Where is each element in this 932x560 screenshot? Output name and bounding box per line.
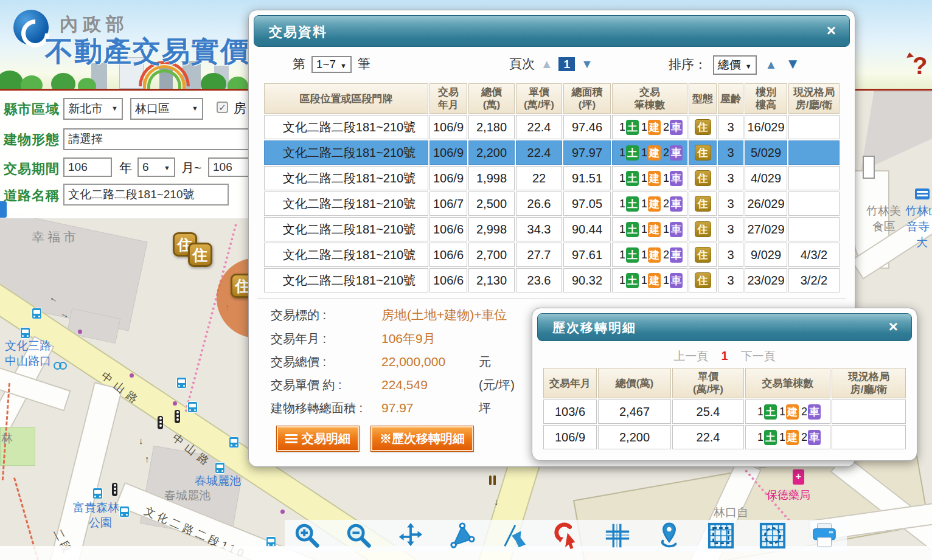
click-query-icon[interactable] [552, 522, 580, 550]
poi-dot [173, 401, 177, 406]
table-row[interactable]: 文化二路二段181~210號106/6 2,99834.390.44 1土1建1… [264, 217, 840, 241]
history-dialog-title: 歷次移轉明細 [552, 319, 636, 336]
type-badge: 住 [695, 272, 711, 288]
detail-value: 22,000,000 [381, 354, 479, 369]
type-badge: 住 [695, 196, 711, 212]
map-label-zhongshan-int: 中山路口 [5, 353, 51, 369]
select-arrow-icon[interactable] [500, 522, 528, 550]
map-label-wenhua3: 文化三路 [5, 338, 51, 354]
house-checkbox-label: 房 [234, 100, 246, 117]
detail-label: 建物移轉總面積 : [271, 400, 381, 417]
table-header-row: 交易年月 總價(萬) 單價(萬/坪) 交易筆棟數 現況格局房/廳/衛 [543, 368, 906, 398]
table-row[interactable]: 文化二路二段181~210號106/6 2,13023.690.32 1土1建1… [264, 268, 840, 292]
range-prefix: 第 [293, 57, 305, 71]
bus-stop-icon [187, 401, 198, 413]
close-icon[interactable]: × [827, 22, 836, 39]
city-select[interactable]: 新北市▼ [63, 98, 123, 120]
road-label: 道路名稱 [4, 187, 60, 205]
bus-stop-icon [20, 327, 30, 339]
residential-map-badge[interactable]: 住 [188, 243, 212, 267]
sort-desc-icon[interactable]: ▼ [785, 55, 800, 72]
tree-decoration [0, 71, 23, 91]
year-from-input[interactable]: 106 [63, 157, 112, 177]
transaction-dialog-title: 交易資料 [269, 23, 327, 41]
month-from-select[interactable]: 6▼ [137, 157, 175, 177]
poi-dot [130, 373, 134, 378]
zoom-in-icon[interactable] [293, 522, 321, 550]
search-panel: 縣市區域 新北市▼ 林口區▼ ✓ 房 建物形態 請選擇▼ 交易期間 106 年 … [0, 91, 263, 218]
rect-select-icon[interactable] [707, 522, 735, 550]
help-icon[interactable]: ? [913, 52, 927, 80]
range-select[interactable]: 1~7▼ [311, 56, 352, 73]
table-row[interactable]: 文化二路二段181~210號106/7 2,50026.697.05 1土1建2… [264, 192, 840, 216]
table-row[interactable]: 文化二路二段181~210號106/6 2,70027.797.61 1土1建2… [264, 243, 840, 267]
table-row[interactable]: 103/62,46725.4 1土1建2車 [543, 399, 906, 424]
detail-unit: 坪 [479, 401, 491, 415]
page-down-icon[interactable]: ▼ [581, 57, 593, 71]
close-icon[interactable]: × [889, 318, 898, 335]
locate-pin-icon[interactable] [655, 522, 683, 550]
range-suffix: 筆 [358, 57, 370, 71]
period-label: 交易期間 [4, 160, 60, 178]
collapsed-panel-handle[interactable] [863, 156, 875, 179]
map-label-bamboo2: 食區 [872, 219, 895, 235]
map-label-bamboo1: 竹林美 [866, 203, 901, 219]
transaction-table: 區段位置或區段門牌 交易年月 總價(萬) 單價(萬/坪) 總面積(坪) 交易筆棟… [263, 82, 841, 294]
transaction-dialog-titlebar[interactable]: 交易資料 × [254, 15, 850, 47]
table-row[interactable]: 文化二路二段181~210號106/9 2,18022.497.46 1土1建2… [264, 115, 840, 139]
direction-arrow: ↑ [145, 454, 150, 464]
page-up-icon[interactable]: ▲ [541, 57, 553, 71]
district-select[interactable]: 林口區▼ [130, 98, 203, 120]
circle-select-icon[interactable] [759, 522, 787, 550]
table-row-selected[interactable]: 文化二路二段181~210號106/9 2,20022.497.97 1土1建2… [264, 140, 840, 165]
building-type-select[interactable]: 請選擇▼ [63, 128, 263, 150]
tree-decoration [201, 73, 226, 91]
detail-label: 交易年月 : [271, 331, 381, 347]
prev-page-link[interactable]: 上一頁 [673, 350, 708, 362]
tree-decoration [228, 77, 248, 91]
current-page: 1 [721, 349, 728, 362]
bike-station-icon [54, 362, 67, 370]
bus-stop-icon [32, 308, 42, 319]
direction-arrow: ↓ [139, 435, 144, 446]
restaurant-icon [488, 475, 498, 485]
region-label: 縣市區域 [4, 100, 60, 119]
pan-icon[interactable] [397, 522, 425, 550]
page-number: 1 [558, 57, 575, 71]
detail-label: 交易總價 : [271, 354, 381, 370]
type-badge: 住 [695, 119, 711, 135]
poi-dot [78, 330, 82, 334]
poi-dot [280, 510, 285, 514]
type-badge: 住 [695, 247, 711, 263]
bus-stop-icon [119, 506, 130, 517]
history-dialog-titlebar[interactable]: 歷次移轉明細 × [537, 313, 912, 341]
hotel-icon [915, 188, 930, 199]
history-transfer-button[interactable]: ※歷次移轉明細 [371, 426, 473, 451]
map-label-temple3: 大 [916, 235, 928, 251]
sort-asc-icon[interactable]: ▲ [765, 58, 777, 71]
map-label-temple1: 竹林山 [905, 203, 932, 219]
next-page-link[interactable]: 下一頁 [741, 350, 776, 362]
print-icon[interactable] [810, 522, 838, 550]
traffic-light-icon [175, 410, 180, 423]
detail-unit: 元 [479, 355, 491, 368]
transaction-detail-button[interactable]: 交易明細 [277, 426, 359, 451]
house-checkbox[interactable]: ✓ [217, 102, 228, 113]
measure-area-icon[interactable] [448, 522, 476, 550]
road-grid-icon[interactable] [603, 522, 631, 550]
traffic-light-icon [158, 416, 163, 429]
map-label-lin: 林 [1, 430, 13, 446]
sort-label: 排序： [669, 57, 707, 71]
traffic-light-icon [112, 483, 117, 496]
road-input[interactable]: 文化二路二段181~210號 [63, 184, 229, 206]
table-row[interactable]: 文化二路二段181~210號106/9 1,9982291.51 1土1建1車 … [264, 166, 840, 190]
detail-value: 106年9月 [381, 330, 479, 347]
sort-select[interactable]: 總價▼ [713, 55, 757, 75]
map-toolbar [285, 520, 847, 551]
map-label-linkou: 林口自 [714, 505, 748, 520]
bus-stop-icon [176, 377, 187, 389]
map-label-pharmacy: 保德藥局 [767, 488, 810, 502]
table-row[interactable]: 106/92,20022.4 1土1建2車 [543, 425, 906, 449]
tree-decoration [21, 75, 43, 91]
zoom-out-icon[interactable] [345, 522, 373, 550]
